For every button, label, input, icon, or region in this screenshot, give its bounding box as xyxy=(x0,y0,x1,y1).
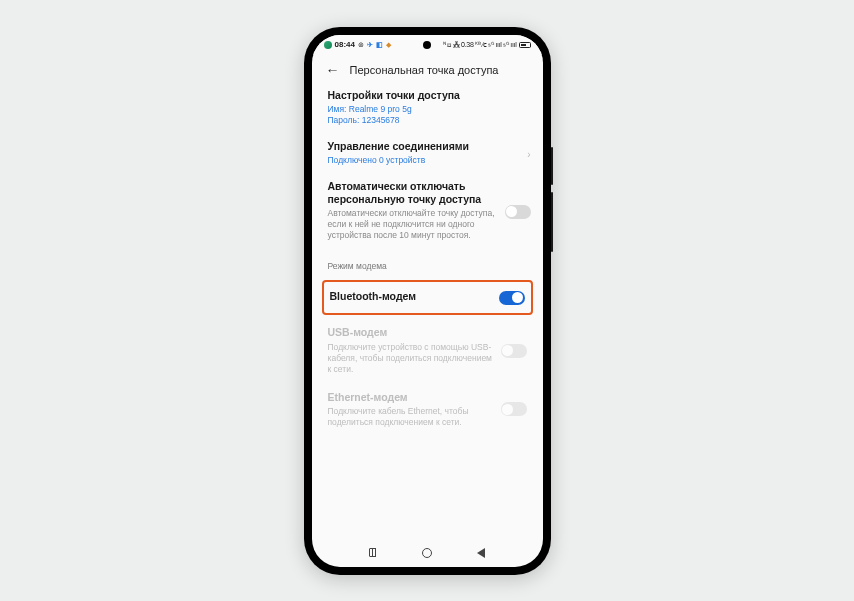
hotspot-password: Пароль: 12345678 xyxy=(328,115,527,126)
auto-off-title: Автоматически отключать персональную точ… xyxy=(328,180,499,206)
hotspot-name: Имя: Realme 9 pro 5g xyxy=(328,104,527,115)
ethernet-modem-item: Ethernet-модем Подключите кабель Etherne… xyxy=(324,383,531,436)
usb-modem-toggle xyxy=(501,344,527,358)
ethernet-modem-title: Ethernet-модем xyxy=(328,391,493,404)
vk-icon: ◧ xyxy=(376,41,383,49)
hotspot-settings-item[interactable]: Настройки точки доступа Имя: Realme 9 pr… xyxy=(324,83,531,134)
manage-connections-title: Управление соединениями xyxy=(328,140,527,153)
bluetooth-modem-highlight: Bluetooth-модем xyxy=(322,280,533,315)
modem-section-label: Режим модема xyxy=(324,249,531,277)
page-header: ← Персональная точка доступа xyxy=(312,55,543,83)
usb-modem-desc: Подключите устройство с помощью USB-кабе… xyxy=(328,342,493,375)
screen: 08:44 ⊚ ✈ ◧ ◆ ᴺ ⧈ ⁂ 0.38 ᴷᴮ ⁄ᴄ ₅ᴳ ıııl ₅… xyxy=(312,35,543,567)
status-right-text: ᴺ ⧈ ⁂ 0.38 ᴷᴮ ⁄ᴄ ₅ᴳ ıııl ₅ᴳ ıııl xyxy=(443,41,516,49)
bluetooth-modem-toggle[interactable] xyxy=(499,291,525,305)
camera-hole xyxy=(423,41,431,49)
whatsapp-icon: ⊚ xyxy=(358,41,364,49)
manage-connections-item[interactable]: Управление соединениями Подключено 0 уст… xyxy=(324,134,531,174)
page-title: Персональная точка доступа xyxy=(350,64,499,76)
ethernet-modem-toggle xyxy=(501,402,527,416)
hotspot-settings-title: Настройки точки доступа xyxy=(328,89,527,102)
status-time: 08:44 xyxy=(335,40,355,49)
chevron-right-icon: › xyxy=(527,148,530,159)
battery-icon xyxy=(519,42,531,48)
settings-content: Настройки точки доступа Имя: Realme 9 pr… xyxy=(312,83,543,539)
back-arrow-icon[interactable]: ← xyxy=(326,63,340,77)
bluetooth-modem-item[interactable]: Bluetooth-модем xyxy=(326,282,529,313)
usb-modem-title: USB-модем xyxy=(328,326,493,339)
app-icon: ◆ xyxy=(386,41,391,49)
ethernet-modem-desc: Подключите кабель Ethernet, чтобы подели… xyxy=(328,406,493,428)
nav-recents-button[interactable] xyxy=(364,544,382,562)
usb-modem-item: USB-модем Подключите устройство с помощь… xyxy=(324,318,531,382)
telegram-icon: ✈ xyxy=(367,41,373,49)
nav-bar xyxy=(312,539,543,567)
phone-frame: 08:44 ⊚ ✈ ◧ ◆ ᴺ ⧈ ⁂ 0.38 ᴷᴮ ⁄ᴄ ₅ᴳ ıııl ₅… xyxy=(304,27,551,575)
nav-back-button[interactable] xyxy=(472,544,490,562)
manage-connections-subtitle: Подключено 0 устройств xyxy=(328,155,527,166)
auto-off-desc: Автоматически отключайте точку доступа, … xyxy=(328,208,499,241)
bluetooth-modem-title: Bluetooth-модем xyxy=(330,290,491,303)
auto-off-item[interactable]: Автоматически отключать персональную точ… xyxy=(324,174,531,249)
status-dot-icon xyxy=(324,41,332,49)
nav-home-button[interactable] xyxy=(418,544,436,562)
auto-off-toggle[interactable] xyxy=(505,205,531,219)
